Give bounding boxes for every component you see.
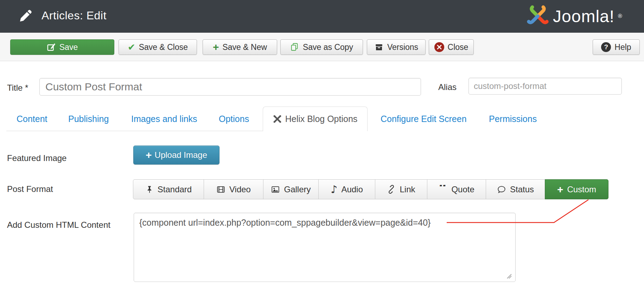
format-link-button[interactable]: Link xyxy=(375,179,427,199)
featured-image-label: Featured Image xyxy=(7,153,66,163)
save-new-button[interactable]: + Save & New xyxy=(203,39,277,55)
plus-icon: + xyxy=(557,185,563,194)
alias-label: Alias xyxy=(438,82,457,92)
close-icon xyxy=(434,42,444,52)
title-label: Title * xyxy=(7,83,28,93)
custom-html-label: Add Custom HTML Content xyxy=(7,220,110,230)
archive-icon xyxy=(374,43,384,52)
versions-label: Versions xyxy=(387,43,418,52)
tab-bar-border xyxy=(6,131,263,131)
save-new-label: Save & New xyxy=(222,43,267,52)
versions-button[interactable]: Versions xyxy=(367,39,426,55)
tab-configure-edit-screen[interactable]: Configure Edit Screen xyxy=(381,114,467,124)
joomla-wordmark: Joomla! xyxy=(553,7,614,26)
tab-permissions[interactable]: Permissions xyxy=(489,114,537,124)
format-custom-label: Custom xyxy=(567,185,596,194)
save-button-label: Save xyxy=(59,43,78,52)
save-edit-icon xyxy=(47,43,56,52)
copy-icon xyxy=(290,43,299,52)
helix-joomla-icon xyxy=(273,115,282,123)
format-video-button[interactable]: Video xyxy=(204,179,263,199)
resize-handle[interactable] xyxy=(507,274,512,280)
film-icon xyxy=(216,185,225,194)
alias-input[interactable] xyxy=(468,78,622,95)
save-close-label: Save & Close xyxy=(139,43,188,52)
pencil-icon xyxy=(18,8,33,24)
save-button[interactable]: Save xyxy=(10,39,114,55)
format-status-label: Status xyxy=(510,185,534,194)
save-as-copy-button[interactable]: Save as Copy xyxy=(280,39,363,55)
help-icon: ? xyxy=(601,42,611,52)
thumbtack-icon xyxy=(145,185,154,194)
music-note-icon: ♪ xyxy=(331,185,337,194)
speech-bubble-icon xyxy=(497,185,506,194)
plus-icon: + xyxy=(213,44,219,51)
tab-images-and-links[interactable]: Images and links xyxy=(131,114,197,124)
help-label: Help xyxy=(614,43,631,52)
close-button[interactable]: Close xyxy=(429,39,474,55)
tab-helix-blog-options[interactable]: Helix Blog Options xyxy=(263,107,368,131)
format-custom-button[interactable]: + Custom xyxy=(545,179,608,199)
joomla-logo: Joomla! ® xyxy=(526,5,622,28)
format-audio-label: Audio xyxy=(341,185,363,194)
format-status-button[interactable]: Status xyxy=(486,179,545,199)
format-standard-button[interactable]: Standard xyxy=(133,179,204,199)
tab-publishing[interactable]: Publishing xyxy=(68,114,109,124)
save-close-button[interactable]: ✔ Save & Close xyxy=(119,39,197,55)
link-icon xyxy=(387,185,396,194)
tab-content[interactable]: Content xyxy=(17,114,47,124)
format-link-label: Link xyxy=(400,185,415,194)
joomla-article-edit-screen: Articles: Edit Joomla! ® Save ✔ xyxy=(0,0,644,296)
post-format-group: Standard Video Gallery xyxy=(133,179,608,199)
registered-mark: ® xyxy=(618,13,622,19)
tab-options[interactable]: Options xyxy=(219,114,249,124)
format-gallery-button[interactable]: Gallery xyxy=(263,179,319,199)
page-title: Articles: Edit xyxy=(42,9,107,22)
format-quote-button[interactable]: “ Quote xyxy=(427,179,486,199)
quote-icon: “ xyxy=(439,185,447,194)
upload-image-button[interactable]: + Upload Image xyxy=(133,146,219,165)
header-bar: Articles: Edit Joomla! ® xyxy=(0,0,644,33)
title-input[interactable] xyxy=(39,78,421,96)
tab-helix-label: Helix Blog Options xyxy=(285,114,358,124)
upload-image-label: Upload Image xyxy=(155,150,207,160)
format-gallery-label: Gallery xyxy=(284,185,311,194)
format-video-label: Video xyxy=(229,185,251,194)
help-button[interactable]: ? Help xyxy=(593,39,640,55)
plus-icon: + xyxy=(146,151,152,159)
format-quote-label: Quote xyxy=(451,185,474,194)
check-icon: ✔ xyxy=(128,42,135,52)
close-label: Close xyxy=(448,43,468,52)
image-icon xyxy=(271,185,280,194)
joomla-emblem-icon xyxy=(526,5,549,28)
format-standard-label: Standard xyxy=(158,185,192,194)
custom-html-textarea[interactable]: {component url=index.php?option=com_sppa… xyxy=(134,213,516,282)
post-format-label: Post Format xyxy=(7,184,53,194)
save-as-copy-label: Save as Copy xyxy=(303,43,353,52)
format-audio-button[interactable]: ♪ Audio xyxy=(318,179,375,199)
